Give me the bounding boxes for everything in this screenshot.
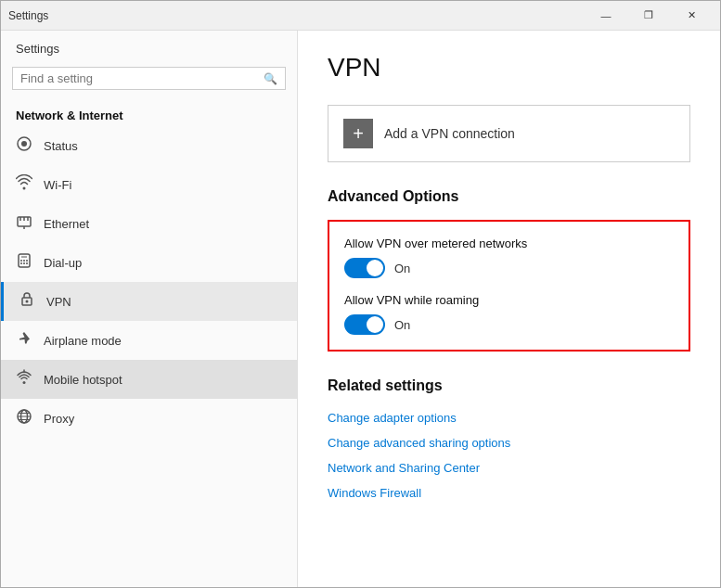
- sharing-options-link[interactable]: Change advanced sharing options: [328, 430, 690, 455]
- window-title: Settings: [8, 9, 585, 22]
- search-input[interactable]: [20, 71, 264, 85]
- sidebar-item-label-status: Status: [44, 139, 78, 153]
- airplane-icon: [16, 330, 32, 351]
- sidebar-item-label-wifi: Wi-Fi: [44, 178, 71, 192]
- option2-label: Allow VPN while roaming: [344, 293, 674, 307]
- sidebar-item-proxy[interactable]: Proxy: [1, 399, 297, 438]
- firewall-link[interactable]: Windows Firewall: [328, 480, 690, 505]
- related-settings-title: Related settings: [328, 377, 690, 394]
- vpn-metered-toggle[interactable]: [344, 258, 385, 278]
- sidebar-item-label-proxy: Proxy: [44, 412, 74, 426]
- svg-point-12: [20, 262, 22, 264]
- vpn-icon: [19, 291, 35, 312]
- sidebar-header: Settings: [1, 31, 297, 63]
- sidebar-item-label-hotspot: Mobile hotspot: [44, 373, 122, 387]
- network-center-link[interactable]: Network and Sharing Center: [328, 455, 690, 480]
- wifi-icon: [16, 174, 32, 195]
- sidebar-item-status[interactable]: Status: [1, 126, 297, 165]
- sidebar-item-hotspot[interactable]: Mobile hotspot: [1, 360, 297, 399]
- window-controls: — ❐ ✕: [585, 1, 713, 31]
- toggle-row-1: On: [344, 258, 674, 278]
- proxy-icon: [16, 408, 32, 428]
- add-icon: +: [343, 119, 373, 148]
- title-bar: Settings — ❐ ✕: [1, 1, 720, 31]
- svg-point-1: [21, 141, 27, 147]
- search-icon: 🔍: [264, 72, 277, 85]
- toggle-row-2: On: [344, 314, 674, 335]
- advanced-options-box: Allow VPN over metered networks On Allow…: [328, 220, 690, 352]
- svg-point-11: [26, 260, 28, 262]
- add-vpn-label: Add a VPN connection: [384, 126, 515, 141]
- close-button[interactable]: ✕: [670, 1, 713, 31]
- page-title: VPN: [328, 53, 690, 83]
- sidebar-item-airplane[interactable]: Airplane mode: [1, 321, 297, 360]
- svg-point-16: [26, 300, 29, 303]
- plus-sign: +: [353, 123, 364, 145]
- ethernet-icon: [16, 213, 32, 234]
- adapter-options-link[interactable]: Change adapter options: [328, 405, 690, 430]
- window-content: Settings 🔍 Network & Internet Status: [1, 31, 720, 587]
- sidebar-item-label-vpn: VPN: [46, 295, 71, 309]
- sidebar-item-dialup[interactable]: Dial-up: [1, 243, 297, 282]
- svg-point-14: [26, 262, 28, 264]
- sidebar-section-label: Network & Internet: [1, 101, 297, 126]
- sidebar-item-wifi[interactable]: Wi-Fi: [1, 165, 297, 204]
- sidebar: Settings 🔍 Network & Internet Status: [1, 31, 298, 587]
- settings-window: Settings — ❐ ✕ Settings 🔍 Network & Inte…: [0, 0, 721, 588]
- advanced-options-title: Advanced Options: [328, 188, 690, 205]
- sidebar-item-label-airplane: Airplane mode: [44, 334, 122, 348]
- sidebar-item-label-dialup: Dial-up: [44, 256, 82, 270]
- search-box[interactable]: 🔍: [12, 67, 286, 90]
- minimize-button[interactable]: —: [585, 1, 627, 31]
- status-icon: [16, 135, 32, 156]
- hotspot-icon: [16, 369, 32, 390]
- main-panel: VPN + Add a VPN connection Advanced Opti…: [298, 31, 720, 587]
- add-vpn-button[interactable]: + Add a VPN connection: [328, 105, 690, 162]
- toggle1-state: On: [394, 262, 410, 275]
- sidebar-item-vpn[interactable]: VPN: [1, 282, 297, 321]
- svg-point-13: [23, 262, 25, 264]
- toggle2-state: On: [394, 318, 410, 332]
- sidebar-item-label-ethernet: Ethernet: [44, 217, 89, 231]
- vpn-roaming-toggle[interactable]: [344, 314, 385, 335]
- svg-point-10: [23, 260, 25, 262]
- maximize-button[interactable]: ❐: [627, 1, 670, 31]
- dialup-icon: [16, 252, 32, 273]
- svg-point-9: [20, 260, 22, 262]
- sidebar-item-ethernet[interactable]: Ethernet: [1, 204, 297, 243]
- option1-label: Allow VPN over metered networks: [344, 236, 674, 250]
